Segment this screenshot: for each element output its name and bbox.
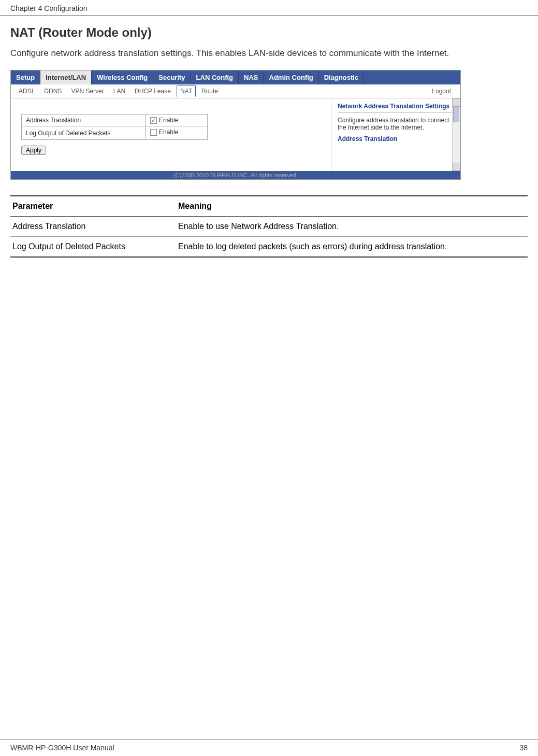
- param-cell: Address Translation: [10, 216, 176, 236]
- page-content: NAT (Router Mode only) Configure network…: [0, 16, 538, 267]
- scroll-thumb[interactable]: [453, 107, 459, 122]
- tab-security[interactable]: Security: [153, 70, 191, 84]
- subtab-ddns[interactable]: DDNS: [40, 85, 65, 97]
- param-cell: Log Output of Deleted Packets: [10, 236, 176, 257]
- table-row: Log Output of Deleted Packets Enable to …: [10, 236, 528, 257]
- manual-name: WBMR-HP-G300H User Manual: [10, 744, 114, 752]
- intro-text: Configure network address translation se…: [10, 47, 528, 60]
- subtab-dhcp[interactable]: DHCP Lease: [131, 85, 175, 97]
- setting-label: Log Output of Deleted Packets: [22, 126, 146, 140]
- settings-table: Address Translation ✓ Enable Log Output …: [21, 114, 208, 140]
- page-footer: WBMR-HP-G300H User Manual 38: [0, 739, 538, 756]
- checkbox-log-output[interactable]: [150, 129, 157, 136]
- checkbox-address-translation[interactable]: ✓: [150, 117, 157, 124]
- table-header-row: Parameter Meaning: [10, 196, 528, 217]
- sub-tabs: ADSL DDNS VPN Server LAN DHCP Lease NAT …: [11, 84, 460, 98]
- meaning-cell: Enable to use Network Address Translatio…: [176, 216, 528, 236]
- logout-link[interactable]: Logout: [432, 88, 456, 95]
- screenshot-main: Address Translation ✓ Enable Log Output …: [11, 98, 331, 171]
- tab-nas[interactable]: NAS: [239, 70, 264, 84]
- subtab-lan[interactable]: LAN: [110, 85, 129, 97]
- screenshot-body: Address Translation ✓ Enable Log Output …: [11, 98, 460, 171]
- tab-admin[interactable]: Admin Config: [264, 70, 319, 84]
- tab-wireless[interactable]: Wireless Config: [92, 70, 153, 84]
- subtab-vpn[interactable]: VPN Server: [67, 85, 107, 97]
- tab-internet-lan[interactable]: Internet/LAN: [40, 70, 92, 84]
- sidebar-text: Configure address translation to connect…: [338, 117, 454, 131]
- router-screenshot: Setup Internet/LAN Wireless Config Secur…: [10, 70, 461, 180]
- copyright-footer: (C)2000-2010 BUFFALO INC. All rights res…: [11, 171, 460, 179]
- tab-setup[interactable]: Setup: [11, 70, 40, 84]
- scrollbar[interactable]: [452, 98, 460, 171]
- page-number: 38: [519, 744, 528, 752]
- section-title: NAT (Router Mode only): [10, 25, 528, 40]
- meaning-cell: Enable to log deleted packets (such as e…: [176, 236, 528, 257]
- sub-tabs-left: ADSL DDNS VPN Server LAN DHCP Lease NAT …: [15, 85, 224, 97]
- enable-label: Enable: [159, 117, 178, 124]
- tab-lan-config[interactable]: LAN Config: [191, 70, 239, 84]
- help-sidebar: Network Address Translation Settings Con…: [331, 98, 460, 171]
- enable-label: Enable: [159, 129, 178, 136]
- setting-value: ✓ Enable: [146, 114, 208, 126]
- tab-diagnostic[interactable]: Diagnostic: [319, 70, 364, 84]
- main-tabs: Setup Internet/LAN Wireless Config Secur…: [11, 70, 460, 84]
- header-parameter: Parameter: [10, 196, 176, 217]
- setting-label: Address Translation: [22, 114, 146, 126]
- scroll-up-icon[interactable]: [452, 98, 460, 107]
- subtab-route[interactable]: Route: [198, 85, 222, 97]
- table-row: Address Translation Enable to use Networ…: [10, 216, 528, 236]
- header-meaning: Meaning: [176, 196, 528, 217]
- sidebar-subtitle: Address Translation: [338, 135, 454, 142]
- chapter-label: Chapter 4 Configuration: [10, 4, 88, 12]
- sidebar-title: Network Address Translation Settings: [338, 103, 454, 112]
- parameter-table: Parameter Meaning Address Translation En…: [10, 195, 528, 258]
- scroll-down-icon[interactable]: [452, 163, 460, 171]
- table-row: Log Output of Deleted Packets Enable: [22, 126, 208, 140]
- page-header: Chapter 4 Configuration: [0, 0, 538, 16]
- apply-button[interactable]: Apply: [21, 146, 46, 155]
- subtab-adsl[interactable]: ADSL: [15, 85, 38, 97]
- subtab-nat[interactable]: NAT: [177, 85, 196, 97]
- table-row: Address Translation ✓ Enable: [22, 114, 208, 126]
- setting-value: Enable: [146, 126, 208, 140]
